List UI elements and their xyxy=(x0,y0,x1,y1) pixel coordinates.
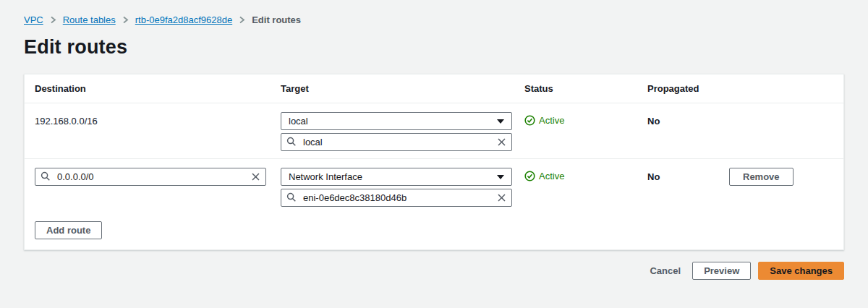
target-cell: Network Interface xyxy=(281,168,524,207)
route-row-1: 192.168.0.0/16 local Act xyxy=(25,103,843,158)
target-type-selected-value: Network Interface xyxy=(289,171,362,182)
chevron-right-icon xyxy=(50,16,56,24)
propagated-value: No xyxy=(647,171,716,182)
propagated-value: No xyxy=(647,116,716,127)
target-type-selected-value: local xyxy=(289,116,308,127)
preview-button[interactable]: Preview xyxy=(692,262,751,280)
status-label: Active xyxy=(539,115,564,126)
target-search-field xyxy=(281,189,512,207)
table-header-row: Destination Target Status Propagated xyxy=(25,74,843,103)
chevron-right-icon xyxy=(122,16,129,24)
breadcrumb: VPC Route tables rtb-0e9fa2d8acf9628de E… xyxy=(0,0,868,25)
breadcrumb-link-vpc[interactable]: VPC xyxy=(24,14,43,25)
status-label: Active xyxy=(539,171,564,181)
remove-route-button[interactable]: Remove xyxy=(729,168,793,186)
status-cell: Active xyxy=(524,168,647,207)
target-type-select[interactable]: local xyxy=(281,112,512,130)
destination-search-field xyxy=(35,168,266,186)
check-circle-icon xyxy=(524,115,535,126)
target-type-select[interactable]: Network Interface xyxy=(281,168,512,186)
search-icon xyxy=(286,137,297,150)
footer-actions: Cancel Preview Save changes xyxy=(0,262,844,280)
target-search-input[interactable] xyxy=(281,189,512,207)
chevron-right-icon xyxy=(239,16,245,24)
destination-search-input[interactable] xyxy=(35,168,266,186)
target-search-field xyxy=(281,133,512,151)
column-header-target: Target xyxy=(281,83,524,94)
breadcrumb-link-route-tables[interactable]: Route tables xyxy=(63,14,116,25)
target-search-input[interactable] xyxy=(281,133,512,151)
edit-routes-panel: Destination Target Status Propagated 192… xyxy=(24,74,844,250)
clear-icon[interactable] xyxy=(251,171,260,184)
route-row-2: Network Interface Active N xyxy=(25,158,843,215)
actions-cell: Remove xyxy=(729,168,833,207)
column-header-destination: Destination xyxy=(35,83,281,94)
add-route-button[interactable]: Add route xyxy=(35,221,102,239)
cancel-button[interactable]: Cancel xyxy=(645,262,685,279)
propagated-cell: No xyxy=(647,112,729,151)
destination-cell xyxy=(35,168,281,207)
propagated-cell: No xyxy=(647,168,729,207)
column-header-propagated: Propagated xyxy=(647,83,729,94)
save-changes-button[interactable]: Save changes xyxy=(758,262,844,280)
clear-icon[interactable] xyxy=(497,137,506,150)
breadcrumb-current: Edit routes xyxy=(252,14,301,25)
status-cell: Active xyxy=(524,112,647,151)
search-icon xyxy=(286,192,297,205)
page-title: Edit routes xyxy=(24,36,868,59)
breadcrumb-link-route-table-id[interactable]: rtb-0e9fa2d8acf9628de xyxy=(135,14,232,25)
target-cell: local xyxy=(281,112,524,151)
destination-value: 192.168.0.0/16 xyxy=(35,116,98,127)
destination-cell: 192.168.0.0/16 xyxy=(35,112,281,151)
column-header-status: Status xyxy=(524,83,647,94)
check-circle-icon xyxy=(524,171,535,181)
actions-cell xyxy=(729,112,833,151)
chevron-down-icon xyxy=(497,175,504,179)
clear-icon[interactable] xyxy=(497,192,506,205)
chevron-down-icon xyxy=(497,119,504,124)
search-icon xyxy=(41,171,51,184)
